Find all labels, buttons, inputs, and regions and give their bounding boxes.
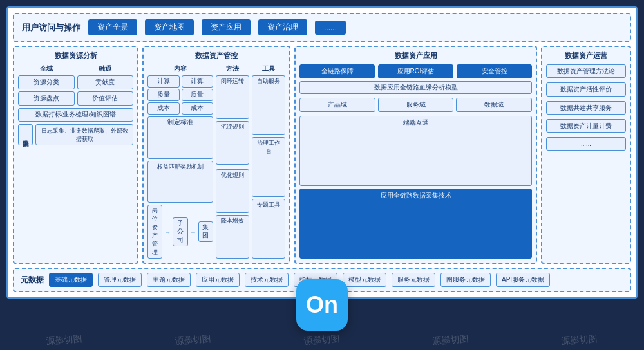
wm-4: 源墨切图 xyxy=(432,333,469,348)
dm-cycle: 闭环运转 xyxy=(216,75,249,119)
dm-gov-platform: 治理工作台 xyxy=(252,137,285,197)
meta-api-service: API服务元数据 xyxy=(496,273,550,287)
main-container: 用户访问与操作 资产全景 资产地图 资产应用 资产治理 ...... 数据资源分… xyxy=(6,6,638,299)
wm-5: 源墨切图 xyxy=(561,333,598,348)
da-service-domain: 服务域 xyxy=(378,98,454,112)
ops-item-3: 数据资产计量计费 xyxy=(546,119,626,133)
dm-title: 数据资产管控 xyxy=(147,51,285,60)
meta-model: 模型元数据 xyxy=(343,273,386,287)
btn-asset-app[interactable]: 资产应用 xyxy=(202,19,251,35)
dm-cost1: 成本 xyxy=(147,102,180,115)
ops-item-2: 数据共建共享服务 xyxy=(546,101,626,115)
top-label: 用户访问与操作 xyxy=(22,22,80,33)
ops-item-1: 数据资产活性评价 xyxy=(546,82,626,96)
meta-graph-service: 图服务元数据 xyxy=(440,273,491,287)
ds-data-collect-detail: 日志采集、业务数据爬取、外部数据获取 xyxy=(35,124,133,145)
dm-tool-title: 工具 xyxy=(252,64,285,73)
ops-item-0: 数据资产管理方法论 xyxy=(546,64,626,78)
da-title: 数据资产应用 xyxy=(299,51,532,60)
meta-base: 基础元数据 xyxy=(49,273,93,287)
meta-mgmt: 管理元数据 xyxy=(98,273,142,287)
meta-theme: 主题元数据 xyxy=(147,273,191,287)
panel-data-source: 数据资源分析 全域 资源分类 资源盘点 融通 贡献度 价值评估 数据打标/业务梳… xyxy=(13,46,138,264)
arrow-right-1: → xyxy=(164,228,171,235)
watermark-row: 源墨切图 源墨切图 源墨切图 源墨切图 源墨切图 xyxy=(0,331,644,350)
btn-asset-gov[interactable]: 资产治理 xyxy=(258,19,307,35)
da-tech: 应用全链路数据采集技术 xyxy=(299,189,532,259)
da-roi-eval: 应用ROI评估 xyxy=(378,64,453,78)
meta-service: 服务元数据 xyxy=(392,273,435,287)
da-data-domain: 数据域 xyxy=(456,98,532,112)
btn-asset-map[interactable]: 资产地图 xyxy=(145,19,194,35)
dm-rights: 权益匹配奖励机制 xyxy=(147,161,213,203)
da-chain-guarantee: 全链路保障 xyxy=(299,64,375,78)
dm-auto-service: 自助服务 xyxy=(252,75,285,135)
btn-more[interactable]: ...... xyxy=(315,21,346,35)
dm-sub-company: 子公司 xyxy=(173,217,187,246)
wm-1: 源墨切图 xyxy=(46,333,82,348)
meta-app: 应用元数据 xyxy=(196,273,240,287)
ops-title: 数据资产运营 xyxy=(546,51,626,60)
ds-data-collect-label: 数据采集 xyxy=(18,124,33,145)
da-security-ctrl: 安全管控 xyxy=(457,64,532,78)
meta-tech: 技术元数据 xyxy=(245,273,289,287)
meta-label: 元数据 xyxy=(21,275,44,286)
da-product-domain: 产品域 xyxy=(299,98,375,112)
da-chain-text: 数据应用全链路血缘分析模型 xyxy=(299,81,532,94)
ds-resource-inventory: 资源盘点 xyxy=(18,91,75,106)
wm-2: 源墨切图 xyxy=(175,333,211,348)
dm-method-title: 方法 xyxy=(216,64,249,73)
dm-std: 制定标准 xyxy=(147,116,213,159)
dm-cost2: 成本 xyxy=(182,102,214,115)
on-icon: On xyxy=(296,279,348,331)
panel-data-mgmt: 数据资产管控 内容 计算 质量 成本 计算 质量 成本 xyxy=(142,46,290,264)
ds-col2-title: 融通 xyxy=(77,64,134,73)
ds-knowledge-graph: 数据打标/业务梳理/知识图谱 xyxy=(18,108,133,122)
top-section: 用户访问与操作 资产全景 资产地图 资产应用 资产治理 ...... xyxy=(13,13,631,42)
ds-col1-title: 全域 xyxy=(18,64,75,73)
dm-quality2: 质量 xyxy=(182,89,214,101)
wm-3: 源墨切图 xyxy=(303,333,340,348)
da-domains: 产品域 服务域 数据域 xyxy=(299,97,532,113)
ds-resource-class: 资源分类 xyxy=(18,75,75,89)
da-interop: 端端互通 xyxy=(299,116,532,186)
ops-item-4: ...... xyxy=(546,137,626,151)
dm-special-tool: 专题工具 xyxy=(252,199,285,259)
panel-data-app: 数据资产应用 全链路保障 应用ROI评估 安全管控 数据应用全链路血缘分析模型 … xyxy=(294,46,537,264)
dm-position-mgmt: 岗位资产管理 xyxy=(147,205,162,259)
dm-cost-reduce: 降本增效 xyxy=(216,215,249,259)
dm-calc2: 计算 xyxy=(182,75,214,88)
dm-calc1: 计算 xyxy=(147,75,180,88)
ds-contribution: 贡献度 xyxy=(77,75,134,89)
arrow-right-2: → xyxy=(190,228,196,235)
dm-opt: 优化规则 xyxy=(216,169,249,213)
dm-settle: 沉淀规则 xyxy=(216,121,249,165)
dm-content-title: 内容 xyxy=(147,64,213,73)
dm-group: 集团 xyxy=(198,221,213,242)
middle-section: 数据资源分析 全域 资源分类 资源盘点 融通 贡献度 价值评估 数据打标/业务梳… xyxy=(13,46,631,264)
ds-title: 数据资源分析 xyxy=(18,51,133,60)
btn-asset-overview[interactable]: 资产全景 xyxy=(88,19,137,35)
dm-quality1: 质量 xyxy=(147,89,180,101)
ds-value-eval: 价值评估 xyxy=(77,91,134,106)
panel-data-ops: 数据资产运营 数据资产管理方法论 数据资产活性评价 数据共建共享服务 数据资产计… xyxy=(541,46,631,264)
